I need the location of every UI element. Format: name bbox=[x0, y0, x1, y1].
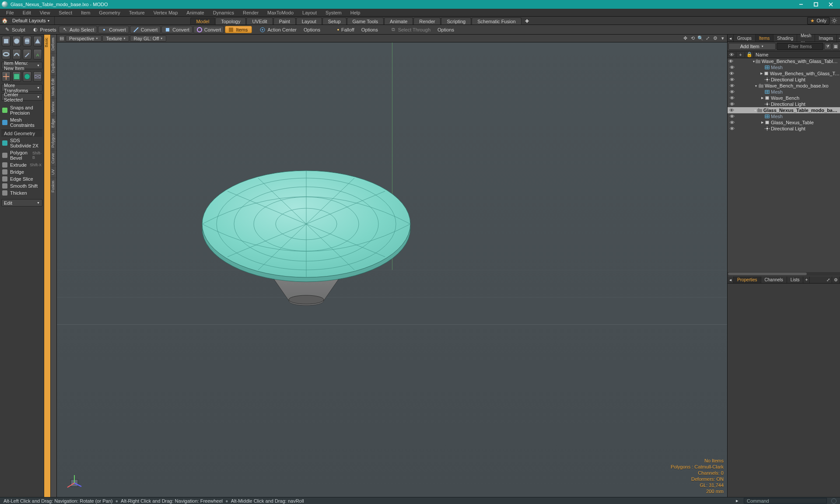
menu-dynamics[interactable]: Dynamics bbox=[209, 9, 238, 16]
zoom-view-icon[interactable]: 🔍 bbox=[697, 35, 704, 42]
vtab-deform[interactable]: Deform bbox=[51, 35, 57, 53]
menu-file[interactable]: File bbox=[2, 9, 18, 16]
visibility-eye-icon[interactable]: 👁 bbox=[728, 83, 736, 88]
menu-geometry[interactable]: Geometry bbox=[94, 9, 124, 16]
prim-cube-button[interactable] bbox=[2, 36, 10, 46]
visibility-eye-icon[interactable]: 👁 bbox=[728, 59, 735, 64]
menu-layout[interactable]: Layout bbox=[298, 9, 321, 16]
home-icon[interactable]: 🏠 bbox=[2, 18, 8, 24]
rc-tab-shading[interactable]: Shading bbox=[774, 35, 797, 42]
prim-tube-button[interactable] bbox=[12, 49, 21, 60]
visibility-eye-icon[interactable]: 👁 bbox=[728, 114, 736, 119]
tree-row[interactable]: 👁Directional Light bbox=[728, 77, 840, 83]
rotate-view-icon[interactable]: ⟲ bbox=[690, 35, 696, 42]
item-menu-dropdown[interactable]: Item Menu: New Item▼ bbox=[1, 62, 42, 69]
move-view-icon[interactable]: ✥ bbox=[682, 35, 689, 42]
convert-edges-button[interactable]: Convert bbox=[130, 26, 161, 33]
tool-extrude[interactable]: ExtrudeShift-X bbox=[0, 161, 44, 168]
rc2-expand-icon[interactable]: ⤢ bbox=[825, 276, 832, 283]
menu-select[interactable]: Select bbox=[54, 9, 77, 16]
visibility-eye-icon[interactable]: 👁 bbox=[728, 120, 736, 125]
view-chevron-icon[interactable]: ▾ bbox=[719, 35, 726, 42]
vtab-meshedit[interactable]: Mesh Edit bbox=[51, 75, 57, 98]
tool-thicken[interactable]: Thicken bbox=[0, 189, 44, 196]
menu-animate[interactable]: Animate bbox=[182, 9, 208, 16]
convert-polygons-button[interactable]: Convert bbox=[161, 26, 192, 33]
visibility-eye-icon[interactable]: 👁 bbox=[728, 102, 736, 107]
rc-tab-mesh[interactable]: Mesh … bbox=[797, 35, 815, 42]
presets-button[interactable]: ◐ Presets bbox=[29, 26, 60, 33]
vtab-uv[interactable]: UV bbox=[51, 166, 57, 178]
record-icon[interactable] bbox=[831, 498, 836, 504]
rc2-collapse-icon[interactable]: ◂ bbox=[728, 276, 734, 283]
auto-select-toggle[interactable]: ↖ Auto Select bbox=[59, 26, 97, 33]
rc-tab-groups[interactable]: Groups bbox=[734, 35, 756, 42]
options-2-button[interactable]: Options bbox=[358, 26, 381, 33]
rc2-tab-lists[interactable]: Lists bbox=[787, 276, 804, 283]
minimize-button[interactable] bbox=[794, 0, 808, 9]
visibility-eye-icon[interactable]: 👁 bbox=[728, 65, 736, 70]
tool-bridge[interactable]: Bridge bbox=[0, 168, 44, 175]
convert-vertices-button[interactable]: Convert bbox=[98, 26, 129, 33]
vtab-edge[interactable]: Edge bbox=[51, 116, 57, 130]
expand-arrow-icon[interactable]: ▶ bbox=[760, 96, 764, 100]
vtab-fusion[interactable]: Fusion bbox=[51, 178, 57, 195]
menu-render[interactable]: Render bbox=[238, 9, 263, 16]
layout-dropdown[interactable]: Default Layouts ▼ bbox=[10, 18, 52, 23]
tree-row[interactable]: 👁▼Wave_Bench_modo_base.lxo bbox=[728, 83, 840, 89]
vtab-basic[interactable]: Basic bbox=[44, 35, 50, 50]
menu-item[interactable]: Item bbox=[77, 9, 94, 16]
visibility-eye-icon[interactable]: 👁 bbox=[728, 77, 736, 82]
visibility-eye-icon[interactable]: 👁 bbox=[728, 126, 736, 131]
menu-system[interactable]: System bbox=[321, 9, 346, 16]
layout-tab-animate[interactable]: Animate bbox=[384, 18, 413, 24]
tree-row[interactable]: 👁Directional Light bbox=[728, 101, 840, 107]
layout-tab-paint[interactable]: Paint bbox=[273, 18, 296, 24]
tree-row[interactable]: 👁▼Glass_Nexus_Table_modo_base.lxo bbox=[728, 107, 840, 113]
layout-tab-uvedit[interactable]: UVEdit bbox=[246, 18, 273, 24]
prim-text-button[interactable]: A bbox=[33, 49, 42, 60]
menu-view[interactable]: View bbox=[35, 9, 55, 16]
visibility-eye-icon[interactable]: 👁 bbox=[728, 108, 736, 113]
sculpt-button[interactable]: ✎ Sculpt bbox=[1, 26, 28, 33]
tree-row[interactable]: 👁Directional Light bbox=[728, 126, 840, 132]
add-item-dropdown[interactable]: Add Item▼ bbox=[728, 43, 776, 50]
prim-cone-button[interactable] bbox=[33, 36, 42, 46]
plus-column-header[interactable]: + bbox=[736, 52, 745, 57]
rc-tab-images[interactable]: Images bbox=[815, 35, 837, 42]
rc2-gear-icon[interactable]: ⚙ bbox=[832, 276, 840, 283]
rc-tab-items[interactable]: Items bbox=[756, 35, 774, 42]
settings-gear-icon[interactable] bbox=[831, 18, 837, 24]
command-input[interactable]: Command bbox=[744, 498, 827, 504]
expand-arrow-icon[interactable]: ▼ bbox=[753, 109, 757, 112]
prim-pen-button[interactable] bbox=[23, 49, 32, 60]
vtab-polygon[interactable]: Polygon bbox=[51, 130, 57, 150]
visibility-eye-icon[interactable]: 👁 bbox=[728, 71, 736, 76]
rc2-add-tab-icon[interactable]: + bbox=[803, 276, 810, 283]
visibility-eye-icon[interactable]: 👁 bbox=[728, 95, 736, 101]
action-center-button[interactable]: Action Center bbox=[256, 26, 300, 33]
layout-tab-gametools[interactable]: Game Tools bbox=[347, 18, 384, 24]
item-tree[interactable]: 👁▼Wave_Benches_with_Glass_Table_modo_b…👁… bbox=[728, 58, 840, 272]
prim-cylinder-button[interactable] bbox=[23, 36, 32, 46]
meshop-button[interactable] bbox=[12, 71, 21, 82]
mesh-constraints-button[interactable]: Mesh Constraints bbox=[0, 116, 44, 129]
eye-column-header[interactable]: 👁 bbox=[728, 52, 736, 57]
center-selected-dropdown[interactable]: Center Selected▼ bbox=[1, 93, 42, 101]
expand-arrow-icon[interactable]: ▼ bbox=[754, 84, 758, 88]
tree-hscroll[interactable] bbox=[728, 272, 840, 276]
falloff-button[interactable]: Falloff bbox=[334, 26, 357, 33]
tool-sds-subdivide[interactable]: SDS Subdivide 2X bbox=[0, 137, 44, 149]
tree-row[interactable]: 👁▼Wave_Benches_with_Glass_Table_modo_b… bbox=[728, 58, 840, 64]
layout-tab-add[interactable]: ✚ bbox=[522, 18, 532, 24]
prim-torus-button[interactable] bbox=[2, 49, 10, 60]
layout-tab-scripting[interactable]: Scripting bbox=[441, 18, 471, 24]
view-raygl-dropdown[interactable]: Ray GL: Off▼ bbox=[130, 35, 166, 42]
fusion-button[interactable] bbox=[23, 71, 32, 82]
only-toggle[interactable]: ★ Only bbox=[807, 17, 830, 24]
layout-tab-topology[interactable]: Topology bbox=[215, 18, 246, 24]
menu-vertexmap[interactable]: Vertex Map bbox=[149, 9, 182, 16]
filter-funnel-icon[interactable]: ⧩ bbox=[824, 43, 831, 50]
expand-arrow-icon[interactable]: ▶ bbox=[760, 72, 763, 75]
expand-arrow-icon[interactable]: ▼ bbox=[752, 60, 756, 63]
